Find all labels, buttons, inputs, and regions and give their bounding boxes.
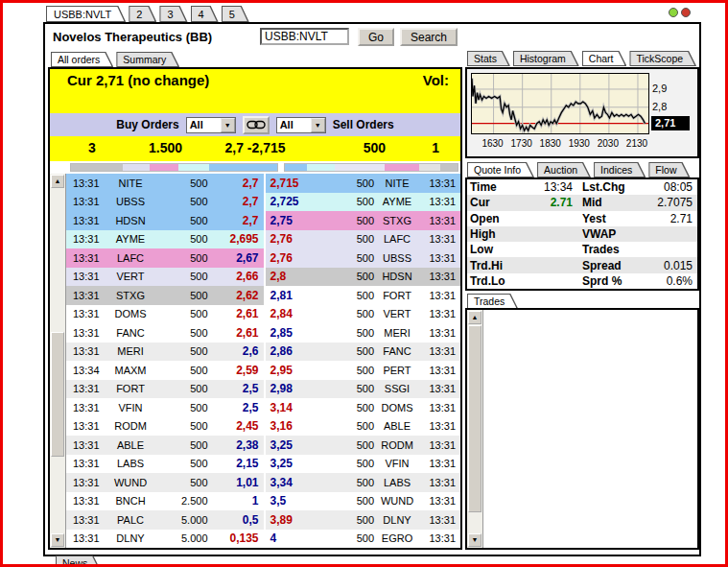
order-book-row[interactable]: 13:31RODM5002,453,16500ABLE13:31 [66,417,460,437]
order-book-row[interactable]: 13:31AYME5002,6952,76500LAFC13:31 [66,230,460,249]
order-book-row[interactable]: 13:31FANC5002,612,85500MERI13:31 [66,323,460,343]
tab-auction[interactable]: Auction [537,162,591,177]
order-book-row[interactable]: 13:34MAXM5002,592,95500PERT13:31 [66,361,460,380]
order-book-row[interactable]: 13:31MERI5002,62,86500FANC13:31 [66,343,460,362]
buy-order[interactable]: 13:31ABLE5002,38 [66,436,264,455]
buy-order[interactable]: 13:34MAXM5002,59 [66,361,264,380]
buy-order[interactable]: 13:31DLNY5.0000,135 [66,530,264,549]
bid-ask-spread: 2,7 -2,715 [50,140,460,155]
status-red-icon[interactable] [681,8,691,17]
buy-order[interactable]: 13:31PALC5.0000,5 [66,510,264,530]
order-book-row[interactable]: 13:31LABS5002,153,25500VFIN13:31 [66,455,460,474]
buy-order[interactable]: 13:31HDSN5002,7 [66,211,264,230]
order-book-row[interactable]: 13:31STXG5002,622,81500FORT13:31 [66,286,460,305]
buy-order[interactable]: 13:31FANC5002,61 [66,323,264,343]
tab-tickscope[interactable]: TickScope [629,51,696,66]
order-book-row[interactable]: 13:31VERT5002,662,8500HDSN13:31 [66,268,460,287]
buy-order[interactable]: 13:31STXG5002,62 [66,286,264,305]
sell-order[interactable]: 2,95500PERT13:31 [264,361,461,380]
chevron-down-icon[interactable]: ▼ [311,118,325,132]
tab-flow[interactable]: Flow [648,162,690,177]
tab-trades[interactable]: Trades [467,294,518,309]
order-book-row[interactable]: 13:31WUND5001,013,34500LABS13:31 [66,473,460,492]
order-book-row[interactable]: 13:31ABLE5002,383,25500RODM13:31 [66,436,460,455]
sell-order[interactable]: 2,715500NITE13:31 [264,174,461,193]
order-book-row[interactable]: 13:31DLNY5.0000,1354500EGRO13:31 [66,530,460,549]
order-book-row[interactable]: 13:31PALC5.0000,53,89500DLNY13:31 [66,510,460,530]
buy-order[interactable]: 13:31VERT5002,66 [66,268,264,287]
window-tab-2[interactable]: 2 [129,6,156,22]
order-book-row[interactable]: 13:31BNCH2.50013,5500WUND13:31 [66,492,460,511]
sell-filter-select[interactable]: All ▼ [276,117,326,133]
order-book-row[interactable]: 13:31VFIN5002,53,14500DOMS13:31 [66,398,460,417]
window-tab-usbb-nvlt[interactable]: USBB:NVLT [46,6,126,22]
buy-order[interactable]: 13:31NITE5002,7 [66,174,264,193]
symbol-input[interactable] [260,28,349,45]
sell-order[interactable]: 3,25500RODM13:31 [264,436,461,455]
tab-chart[interactable]: Chart [582,51,627,66]
tab-news[interactable]: News [56,555,101,567]
buy-order[interactable]: 13:31WUND5001,01 [66,473,264,492]
sell-order[interactable]: 3,16500ABLE13:31 [264,417,461,437]
order-book-row[interactable]: 13:31FORT5002,52,98500SSGI13:31 [66,380,460,399]
scroll-down-icon[interactable]: ▼ [51,533,64,547]
buy-order[interactable]: 13:31DOMS5002,61 [66,305,264,324]
status-green-icon[interactable] [669,8,678,17]
buy-order[interactable]: 13:31LAFC5002,67 [66,248,264,268]
buy-market-maker: MERI [105,345,156,357]
sell-order[interactable]: 2,84500VERT13:31 [264,305,461,324]
search-button[interactable]: Search [400,28,458,46]
order-book-row[interactable]: 13:31HDSN5002,72,75500STXG13:31 [66,211,460,230]
tab-quote-info[interactable]: Quote Info [467,162,534,177]
window-tab-4[interactable]: 4 [191,6,219,22]
order-book-row[interactable]: 13:31DOMS5002,612,84500VERT13:31 [66,305,460,324]
sell-order[interactable]: 2,725500AYME13:31 [264,193,461,212]
sell-order[interactable]: 2,86500FANC13:31 [264,343,461,362]
tab-stats[interactable]: Stats [467,51,510,66]
tab-indices[interactable]: Indices [594,162,646,177]
order-book-row[interactable]: 13:31LAFC5002,672,76500UBSS13:31 [66,248,460,268]
sell-order[interactable]: 2,85500MERI13:31 [264,323,461,343]
buy-order[interactable]: 13:31MERI5002,6 [66,343,264,362]
chevron-down-icon[interactable]: ▼ [221,118,235,132]
buy-order[interactable]: 13:31FORT5002,5 [66,380,264,399]
scroll-up-icon[interactable]: ▲ [468,311,481,324]
trades-scrollbar[interactable]: ▲ ▼ [467,310,483,548]
buy-filter-select[interactable]: All ▼ [186,117,236,133]
book-tab-summary[interactable]: Summary [116,52,179,67]
scroll-up-icon[interactable]: ▲ [51,175,64,188]
buy-order[interactable]: 13:31LABS5002,15 [66,455,264,474]
sell-order[interactable]: 3,89500DLNY13:31 [264,510,461,530]
buy-order[interactable]: 13:31AYME5002,695 [66,230,264,249]
sell-order[interactable]: 4500EGRO13:31 [264,530,461,549]
buy-size: 500 [156,233,208,245]
window-tab-3[interactable]: 3 [159,6,187,22]
sell-order[interactable]: 3,25500VFIN13:31 [264,455,461,474]
book-scrollbar[interactable]: ▲ ▼ [50,174,66,548]
sell-order[interactable]: 3,34500LABS13:31 [264,473,461,492]
sell-order[interactable]: 2,76500UBSS13:31 [264,248,461,268]
sell-order[interactable]: 3,14500DOMS13:31 [264,398,461,417]
sell-order[interactable]: 2,76500LAFC13:31 [264,230,461,249]
quote-info-panel: Time13:34Lst.Chg08:05Cur2.71Mid2.7075Ope… [465,177,699,291]
sell-order[interactable]: 2,81500FORT13:31 [264,286,461,305]
buy-order[interactable]: 13:31UBSS5002,7 [66,193,264,212]
book-tab-all-orders[interactable]: All orders [51,52,113,67]
order-book-row[interactable]: 13:31UBSS5002,72,725500AYME13:31 [66,193,460,212]
buy-order[interactable]: 13:31VFIN5002,5 [66,398,264,417]
order-book-row[interactable]: 13:31NITE5002,72,715500NITE13:31 [66,174,460,193]
scroll-down-icon[interactable]: ▼ [468,533,481,547]
scrollbar-thumb[interactable] [51,332,64,457]
scrollbar-thumb[interactable] [468,325,481,512]
buy-order[interactable]: 13:31RODM5002,45 [66,417,264,437]
buy-order[interactable]: 13:31BNCH2.5001 [66,492,264,511]
go-button[interactable]: Go [358,28,394,46]
link-filters-button[interactable] [243,116,270,134]
tab-histogram[interactable]: Histogram [513,51,579,66]
buy-time: 13:31 [66,233,105,245]
sell-order[interactable]: 2,75500STXG13:31 [264,211,461,230]
sell-order[interactable]: 2,8500HDSN13:31 [264,268,461,287]
window-tab-5[interactable]: 5 [222,6,249,22]
sell-order[interactable]: 2,98500SSGI13:31 [264,380,461,399]
sell-order[interactable]: 3,5500WUND13:31 [264,492,461,511]
